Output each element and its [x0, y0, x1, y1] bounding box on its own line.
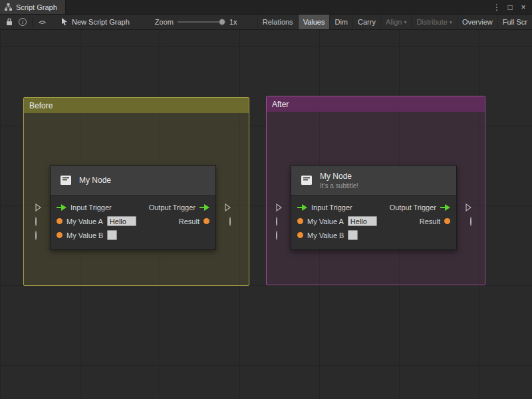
script-graph-window: Script Graph ⋮ □ × i <>	[0, 0, 532, 399]
value-port-dot	[297, 232, 303, 238]
values-button[interactable]: Values	[298, 15, 330, 29]
value-a-row: My Value A Result	[51, 214, 215, 228]
input-trigger-port[interactable]: Input Trigger	[57, 203, 112, 211]
trigger-in-arrow-icon	[297, 204, 307, 211]
node-body: Input Trigger Output Trigger	[291, 196, 456, 249]
value-b-port[interactable]: My Value B	[57, 230, 117, 240]
inspector-info-icon[interactable]: i	[16, 16, 29, 28]
trigger-in-arrow-icon	[57, 204, 66, 211]
output-trigger-port[interactable]: Output Trigger	[149, 203, 209, 211]
result-port[interactable]: Result	[420, 217, 450, 225]
node-header[interactable]: My Node It's a subtitle!	[291, 166, 456, 196]
unit-box-icon	[299, 173, 314, 188]
group-after-header[interactable]: After	[267, 96, 485, 112]
window-menu-icon[interactable]: ⋮	[491, 2, 502, 13]
trigger-row: Input Trigger Output Trigger	[51, 200, 215, 214]
graph-canvas[interactable]: Before After My Node	[0, 30, 532, 399]
node-header[interactable]: My Node	[51, 166, 215, 196]
group-title: After	[272, 100, 289, 109]
trigger-out-arrow-icon	[440, 204, 450, 211]
graph-toolbar: i <> New Script Graph Zoom 1x Relations …	[0, 15, 532, 30]
ext-output-trigger-port[interactable]	[466, 203, 471, 211]
tab-script-graph[interactable]: Script Graph	[0, 0, 66, 14]
close-icon[interactable]: ×	[518, 2, 529, 13]
output-trigger-port[interactable]: Output Trigger	[390, 203, 450, 211]
zoom-control: Zoom 1x	[155, 18, 237, 26]
node-body: Input Trigger Output Trigger	[51, 196, 215, 249]
toolbar-buttons: Relations Values Dim Carry Align▾ Distri…	[257, 15, 532, 29]
value-port-dot	[57, 232, 63, 238]
cursor-icon	[61, 17, 68, 27]
graph-breadcrumb: New Script Graph	[61, 17, 130, 27]
value-port-dot	[297, 218, 303, 224]
chevron-down-icon: ▾	[450, 19, 452, 25]
value-port-dot	[444, 218, 450, 224]
align-dropdown[interactable]: Align▾	[380, 15, 411, 29]
toolbar-separator	[32, 17, 33, 27]
node-before[interactable]: My Node Input Trigger Ou	[50, 165, 216, 250]
node-title: My Node	[79, 176, 111, 185]
fullscreen-button[interactable]: Full Scr	[497, 15, 532, 29]
node-subtitle: It's a subtitle!	[320, 182, 358, 190]
value-b-row: My Value B	[291, 228, 456, 242]
unit-box-icon	[59, 173, 73, 188]
zoom-label: Zoom	[155, 18, 174, 26]
group-title: Before	[29, 101, 53, 110]
dim-button[interactable]: Dim	[329, 15, 352, 29]
zoom-value: 1x	[229, 18, 237, 26]
ext-input-trigger-port[interactable]	[35, 203, 41, 211]
group-before-header[interactable]: Before	[24, 98, 249, 113]
value-a-row: My Value A Result	[291, 214, 456, 228]
graph-icon	[4, 3, 13, 11]
input-trigger-port[interactable]: Input Trigger	[297, 203, 352, 211]
relations-button[interactable]: Relations	[257, 15, 298, 29]
value-a-input[interactable]	[348, 216, 377, 226]
tab-title: Script Graph	[16, 3, 57, 11]
tab-bar: Script Graph ⋮ □ ×	[0, 0, 532, 15]
value-a-port[interactable]: My Value A	[297, 216, 377, 226]
trigger-out-arrow-icon	[200, 204, 209, 211]
value-b-row: My Value B	[51, 228, 215, 242]
ext-output-trigger-port[interactable]	[225, 203, 231, 211]
value-a-port[interactable]: My Value A	[57, 216, 136, 226]
node-after[interactable]: My Node It's a subtitle! Input Trigger	[291, 165, 457, 250]
result-port[interactable]: Result	[179, 217, 209, 225]
ext-input-trigger-port[interactable]	[276, 203, 282, 211]
maximize-icon[interactable]: □	[505, 2, 515, 13]
trigger-row: Input Trigger Output Trigger	[291, 200, 456, 214]
carry-button[interactable]: Carry	[352, 15, 380, 29]
edit-code-icon[interactable]: <>	[35, 16, 49, 28]
overview-button[interactable]: Overview	[457, 15, 497, 29]
window-controls: ⋮ □ ×	[491, 0, 532, 14]
zoom-slider-handle[interactable]	[219, 19, 225, 25]
value-b-input[interactable]	[107, 230, 117, 240]
lock-icon[interactable]	[3, 16, 16, 28]
value-port-dot	[203, 218, 209, 224]
distribute-dropdown[interactable]: Distribute▾	[411, 15, 456, 29]
value-b-port[interactable]: My Value B	[297, 230, 358, 240]
value-b-input[interactable]	[348, 230, 358, 240]
node-title: My Node	[320, 172, 358, 181]
value-a-input[interactable]	[107, 216, 136, 226]
value-port-dot	[57, 218, 63, 224]
zoom-slider[interactable]	[178, 18, 225, 26]
chevron-down-icon: ▾	[404, 19, 406, 25]
graph-name-label: New Script Graph	[72, 18, 130, 26]
